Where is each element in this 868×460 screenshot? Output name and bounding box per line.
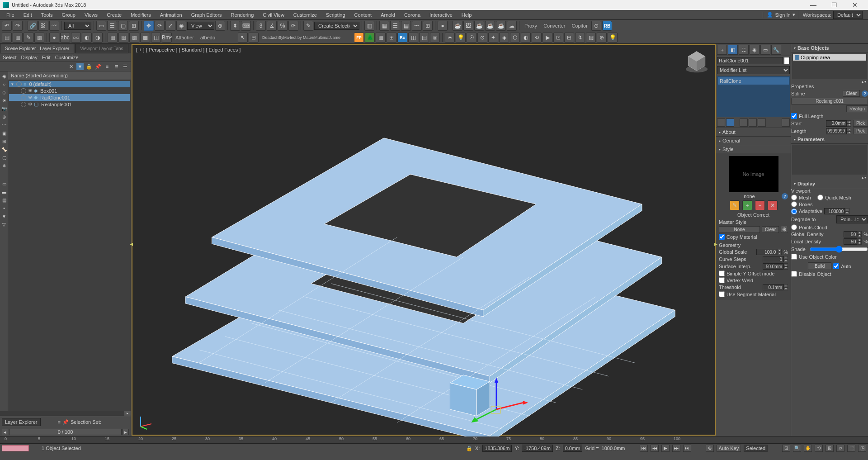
remove-modifier-button[interactable] — [749, 119, 757, 127]
sign-in-button[interactable]: 👤 Sign In ▾ — [763, 12, 798, 18]
light-tool-1[interactable]: ☀ — [445, 33, 455, 43]
light-tool-15[interactable]: ⊕ — [597, 33, 607, 43]
maximize-viewport-button[interactable]: ◳ — [858, 445, 866, 452]
menu-file[interactable]: File — [2, 12, 19, 18]
named-selection-dropdown[interactable]: Create Selection Se — [314, 22, 359, 30]
render-production-button[interactable]: ☕ — [474, 21, 484, 31]
script-tool-5[interactable]: ● — [49, 33, 59, 43]
script-tool-2[interactable]: ▥ — [13, 33, 23, 43]
style-help-button[interactable]: ? — [782, 193, 788, 199]
tool-extra-1-button[interactable]: ⊙ — [591, 21, 601, 31]
se-pin-icon[interactable]: 📌 — [94, 63, 102, 70]
light-tool-6[interactable]: ◈ — [499, 33, 509, 43]
start-spinner[interactable]: ▴▾ — [826, 120, 851, 127]
curve-steps-spinner[interactable]: ▴▾ — [763, 256, 788, 262]
ref-coord-dropdown[interactable]: View — [187, 22, 214, 30]
script-tool-10[interactable]: ▦ — [108, 33, 118, 43]
degrade-to-dropdown[interactable]: Poin…loud — [836, 215, 868, 223]
spinner-snap-button[interactable]: ⟳ — [288, 21, 298, 31]
menu-create[interactable]: Create — [102, 12, 126, 18]
make-unique-button[interactable] — [740, 119, 748, 127]
filter-bone-icon[interactable]: 🦴 — [0, 146, 8, 153]
light-tool-2[interactable]: 💡 — [456, 33, 466, 43]
light-tool-12[interactable]: ⊟ — [564, 33, 574, 43]
menu-help[interactable]: Help — [457, 12, 476, 18]
filter-camera-icon[interactable]: 📷 — [0, 105, 8, 112]
param-down-icon[interactable]: ▾ — [864, 175, 866, 180]
se-menu-select[interactable]: Select — [3, 55, 17, 60]
use-segment-checkbox[interactable] — [719, 291, 725, 297]
menu-group[interactable]: Group — [57, 12, 80, 18]
se-close-icon[interactable]: ✕ — [67, 63, 75, 70]
bind-spacewarp-button[interactable]: 〰 — [49, 21, 59, 31]
spline-help-button[interactable]: ? — [862, 90, 868, 97]
light-tool-7[interactable]: ⬡ — [510, 33, 520, 43]
viewport-layout-tab[interactable]: Viewport Layout Tabs — [75, 44, 128, 53]
menu-edit[interactable]: Edit — [19, 12, 37, 18]
param-up-icon[interactable]: ▴ — [862, 175, 863, 180]
modifier-list-dropdown[interactable]: Modifier List — [717, 66, 790, 74]
filter-misc5-icon[interactable]: ▼ — [0, 213, 8, 220]
window-crossing-button[interactable]: ⊞ — [129, 21, 139, 31]
layer-manager-button[interactable]: ☰ — [390, 21, 400, 31]
modifier-stack[interactable]: RailClone — [717, 76, 790, 117]
min-max-viewport-button[interactable]: ⊞ — [826, 445, 834, 452]
menu-tools[interactable]: Tools — [37, 12, 57, 18]
visibility-icon[interactable] — [21, 95, 26, 100]
light-tool-13[interactable]: ↯ — [575, 33, 585, 43]
rb-button[interactable]: RB — [602, 21, 612, 31]
freeze-icon[interactable]: ❄ — [28, 95, 32, 100]
use-object-color-checkbox[interactable] — [791, 254, 797, 260]
workspace-dropdown[interactable]: Default — [833, 11, 863, 19]
object-name-input[interactable] — [717, 57, 783, 64]
disable-object-checkbox[interactable] — [791, 271, 797, 277]
global-density-spinner[interactable]: ▴▾ — [844, 231, 862, 237]
surface-interp-spinner[interactable]: ▴▾ — [763, 263, 788, 270]
selection-filter-dropdown[interactable]: All — [64, 22, 91, 30]
shade-slider[interactable] — [810, 246, 868, 253]
rc-tool-1[interactable]: ◫ — [408, 33, 418, 43]
filter-misc1-icon[interactable]: ▭ — [0, 180, 8, 187]
material-editor-button[interactable]: ● — [438, 21, 448, 31]
base-objects-header[interactable]: ▾Base Objects — [791, 44, 868, 52]
spline-clear-button[interactable]: Clear — [843, 90, 860, 97]
filter-container-icon[interactable]: ▢ — [0, 154, 8, 161]
filter-spacewarp-icon[interactable]: 〰 — [0, 121, 8, 128]
filter-shape-icon[interactable]: ◇ — [0, 89, 8, 96]
master-style-browse-button[interactable]: ⊕ — [781, 226, 788, 233]
menu-animation[interactable]: Animation — [156, 12, 187, 18]
script-tool-11[interactable]: ▧ — [118, 33, 128, 43]
show-end-result-button[interactable] — [726, 119, 734, 127]
mesh-radio[interactable] — [791, 194, 797, 200]
object-color-swatch[interactable] — [784, 57, 790, 64]
render-setup-button[interactable]: ☕ — [453, 21, 462, 31]
link-button[interactable]: 🔗 — [28, 21, 38, 31]
converter-label[interactable]: Converter — [541, 23, 568, 28]
visibility-icon[interactable] — [16, 81, 22, 87]
spreadsheet-button[interactable]: ⊞ — [387, 33, 396, 43]
object-node-rectangle[interactable]: ❄ ▢ Rectangle001 — [9, 101, 130, 108]
cursor-tool[interactable]: ↖ — [238, 33, 248, 43]
select-by-name-button[interactable]: ☰ — [107, 21, 117, 31]
select-and-scale-button[interactable]: ⤢ — [165, 21, 175, 31]
schematic-view-button[interactable]: ⊞ — [423, 21, 433, 31]
simple-y-checkbox[interactable] — [719, 270, 725, 276]
hierarchy-panel-tab[interactable]: ☷ — [739, 45, 749, 55]
create-panel-tab[interactable]: ＋ — [717, 45, 727, 55]
render-in-cloud-button[interactable]: ☁ — [507, 21, 517, 31]
filter-light-icon[interactable]: ☀ — [0, 97, 8, 104]
menu-arnold[interactable]: Arnold — [376, 12, 400, 18]
build-button[interactable]: Build — [808, 262, 831, 270]
menu-scripting[interactable]: Scripting — [321, 12, 350, 18]
pin-stack-button[interactable] — [717, 119, 725, 127]
script-tool-9[interactable]: ◑ — [93, 33, 103, 43]
select-and-place-button[interactable]: ◉ — [176, 21, 186, 31]
window-close-button[interactable]: ✕ — [844, 0, 865, 9]
rc-tool-2[interactable]: ▤ — [419, 33, 429, 43]
rendered-frame-button[interactable]: 🖼 — [463, 21, 473, 31]
light-tool-16[interactable]: 💡 — [608, 33, 618, 43]
filter-misc6-icon[interactable]: ▽ — [0, 221, 8, 228]
full-length-checkbox[interactable] — [791, 113, 797, 119]
se-layer-icon-2[interactable]: ≣ — [113, 63, 120, 70]
zoom-button[interactable]: 🔍 — [793, 445, 801, 452]
